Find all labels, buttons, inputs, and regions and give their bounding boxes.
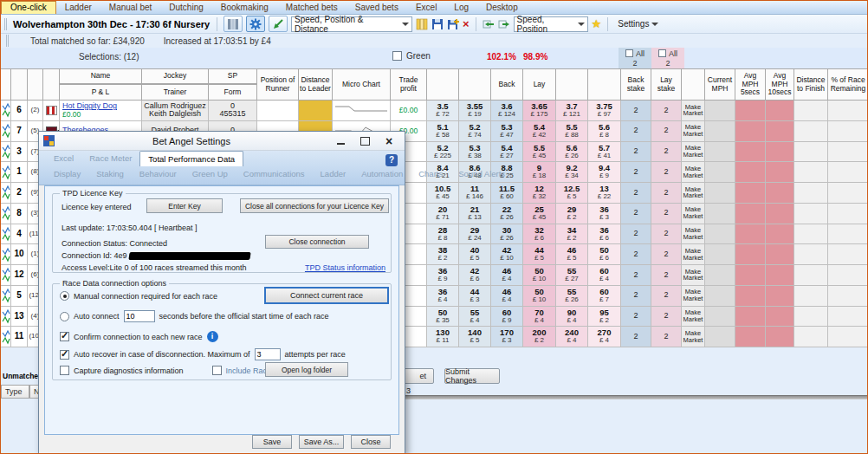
price-cell[interactable]: 38£ 2 [427,244,459,265]
back-stake-cell[interactable]: 2 [621,101,651,121]
make-market-cell[interactable]: Make Market [682,121,705,142]
row-chart-button[interactable] [1,204,11,224]
column-header-pct[interactable]: % of Race Remaining [828,68,868,101]
price-cell[interactable]: 270£ 4 [588,327,621,347]
make-market-cell[interactable]: Make Market [682,327,705,347]
price-cell[interactable]: 29£ 24 [459,224,491,245]
price-cell[interactable]: 5.3£ 38 [459,142,491,163]
price-cell[interactable]: 25£ 45 [523,204,556,224]
price-cell[interactable]: 20£ 71 [427,204,459,224]
column-header-lstake[interactable]: Lay stake [651,68,682,101]
maximize-icon[interactable] [353,133,377,149]
open-log-folder-button[interactable]: Open log folder [265,362,348,377]
help-icon[interactable] [385,154,398,166]
lay-stake-cell[interactable]: 2 [651,286,682,307]
lay-stake-cell[interactable]: 2 [651,183,682,204]
dialog-tab-green-up[interactable]: Green Up [185,166,236,181]
lay-stake-cell[interactable]: 2 [651,244,682,265]
back-stake-cell[interactable]: 2 [621,162,651,183]
price-cell[interactable]: 28£ 8 [427,224,459,245]
make-market-cell[interactable]: Make Market [682,142,705,163]
price-cell[interactable]: 46£ 5 [556,244,588,265]
price-cell[interactable]: 60£ 9 [491,307,523,328]
column-header-avg5[interactable]: Avg MPH 5secs [735,68,766,101]
column-header-dtf[interactable]: Distance to Finish [794,68,828,101]
price-cell[interactable]: 46£ 4 [491,265,523,286]
price-cell[interactable]: 50£ 35 [427,307,459,328]
column-header-p2[interactable]: Back [491,68,523,101]
lay-stake-cell[interactable]: 2 [651,121,682,142]
row-chart-button[interactable] [1,101,11,121]
make-market-cell[interactable]: Make Market [682,183,705,204]
dialog-tab-race-meter[interactable]: Race Meter [81,151,139,166]
unmatched-type-header[interactable]: Type [1,385,29,399]
price-cell[interactable]: 11£ 146 [459,183,491,204]
include-race-info-checkbox[interactable] [212,366,222,375]
column-header-name-sub[interactable]: P & L [60,84,142,101]
close-icon[interactable] [377,133,401,149]
price-cell[interactable]: 34£ 2 [556,224,588,245]
column-header-silk[interactable] [43,68,60,101]
row-chart-button[interactable] [1,265,11,286]
price-cell[interactable]: 46£ 4 [491,286,523,307]
column-header-p1[interactable] [459,68,491,101]
back-stake-cell[interactable]: 2 [621,183,651,204]
lay-stake-cell[interactable]: 2 [651,327,682,347]
auto-connect-seconds-input[interactable] [124,310,155,322]
back-stake-cell[interactable]: 2 [621,204,651,224]
row-chart-button[interactable] [1,162,11,183]
row-chart-button[interactable] [1,244,11,265]
price-cell[interactable]: 42£ 6 [459,265,491,286]
price-cell[interactable]: 55£ 26 [556,286,588,307]
make-market-cell[interactable]: Make Market [682,244,705,265]
price-cell[interactable]: 130£ 11 [427,327,459,347]
price-cell[interactable]: 30£ 26 [491,224,523,245]
column-header-dtl[interactable]: Distance to Leader [299,68,333,101]
manual-connection-radio[interactable] [60,291,69,301]
column-header-micro[interactable]: Micro Chart [333,68,391,101]
minimize-icon[interactable] [328,133,353,149]
price-cell[interactable]: 22£ 26 [491,204,523,224]
lay-stake-cell[interactable]: 2 [651,224,682,245]
price-cell[interactable]: 5.6£ 26 [556,142,588,163]
row-chart-button[interactable] [1,307,11,328]
price-cell[interactable]: 200£ 2 [523,327,556,347]
price-cell[interactable]: 12£ 32 [523,183,556,204]
price-cell[interactable]: 36£ 3 [588,204,621,224]
lay-stake-cell[interactable]: 2 [651,142,682,163]
column-header-p5[interactable] [588,68,621,101]
auto-connect-radio[interactable] [60,312,69,321]
enter-key-button[interactable]: Enter Key [146,198,223,213]
price-cell[interactable]: 21£ 13 [459,204,491,224]
price-cell[interactable]: 5.4£ 42 [523,121,556,142]
price-cell[interactable]: 3.75£ 97 [588,101,621,121]
row-chart-button[interactable] [1,121,11,142]
price-cell[interactable]: 29£ 2 [556,204,588,224]
lay-stake-cell[interactable]: 2 [651,101,682,121]
price-cell[interactable]: 13£ 22 [588,183,621,204]
price-cell[interactable]: 50£ 10 [523,265,556,286]
price-cell[interactable]: 140£ 5 [459,327,491,347]
price-cell[interactable]: 170£ 3 [491,327,523,347]
price-cell[interactable]: 36£ 4 [427,286,459,307]
submit-changes-button[interactable]: Submit Changes [444,368,500,384]
auto-recover-checkbox[interactable] [60,350,69,360]
dialog-tab-behaviour[interactable]: Behaviour [132,166,185,181]
make-market-cell[interactable]: Make Market [682,265,705,286]
column-header-num[interactable] [11,68,28,101]
price-cell[interactable]: 5.5£ 45 [523,142,556,163]
price-cell[interactable]: 12.5£ 5 [556,183,588,204]
price-cell[interactable]: 3.55£ 19 [459,101,491,121]
column-header-p0[interactable] [427,68,459,101]
column-header-jockey[interactable]: Jockey [142,68,209,84]
recover-attempts-input[interactable] [255,348,281,360]
price-cell[interactable]: 95£ 2 [588,307,621,328]
lay-stake-cell[interactable]: 2 [651,265,682,286]
info-icon[interactable] [207,331,218,342]
price-cell[interactable]: 5.2£ 74 [459,121,491,142]
column-header-mph[interactable]: Current MPH [705,68,735,101]
price-cell[interactable]: 55£ 27 [556,265,588,286]
dialog-tab-automation[interactable]: Automation [353,166,411,181]
lay-stake-cell[interactable]: 2 [651,204,682,224]
close-all-connections-button[interactable]: Close all connections for your Licence K… [240,198,389,213]
